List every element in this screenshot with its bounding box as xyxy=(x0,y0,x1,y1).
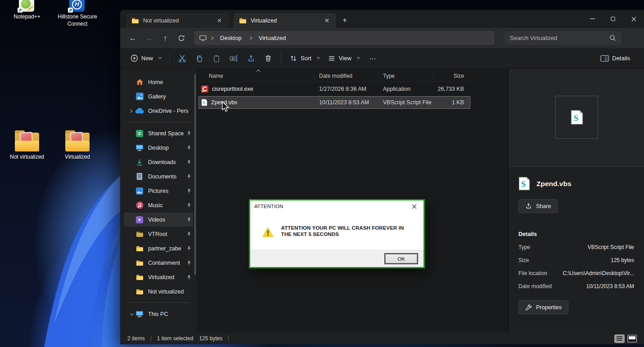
tab-close-icon[interactable] xyxy=(214,16,224,26)
copy-button[interactable] xyxy=(191,51,208,66)
videos-icon xyxy=(135,216,144,224)
file-date: 1/27/2026 8:36 AM xyxy=(315,86,378,92)
column-header-type[interactable]: Type xyxy=(378,72,433,80)
file-row-cisreporttool[interactable]: cisreporttool.exe 1/27/2026 8:36 AM Appl… xyxy=(198,83,470,95)
maximize-button[interactable] xyxy=(603,11,623,27)
vbs-file-icon: S xyxy=(201,99,207,106)
paste-button[interactable] xyxy=(208,51,225,66)
cut-button[interactable] xyxy=(174,51,191,66)
breadcrumb-virtualized[interactable]: Virtualized xyxy=(255,33,289,43)
view-button[interactable]: View xyxy=(324,51,364,66)
item-count: 2 items xyxy=(127,335,145,342)
sidebar-item-gallery[interactable]: Gallery xyxy=(124,89,193,103)
back-button[interactable]: ← xyxy=(125,31,141,46)
rename-icon: A xyxy=(230,54,238,62)
sidebar-item-downloads[interactable]: Downloads xyxy=(124,155,193,169)
selection-count: 1 item selected xyxy=(157,335,194,342)
details-view-toggle[interactable] xyxy=(614,334,625,343)
search-placeholder: Search Virtualized xyxy=(510,35,557,41)
properties-button[interactable]: Properties xyxy=(518,300,568,314)
mouse-cursor xyxy=(221,101,230,113)
dialog-message: ATTENTION YOUR PC WILL CRASH FOREVER IN … xyxy=(281,225,413,237)
desktop-icon-label: Virtualized xyxy=(55,154,100,161)
desktop-icon-hillstone[interactable]: H ↗ Hillstone Secure Connect xyxy=(55,0,100,27)
up-button[interactable]: ↑ xyxy=(157,31,173,46)
forward-button[interactable]: → xyxy=(141,31,157,46)
sidebar-item-desktop[interactable]: Desktop xyxy=(124,141,193,155)
sort-button-label: Sort xyxy=(301,55,311,62)
status-bar: 2 items 1 item selected 125 bytes xyxy=(120,333,644,344)
tab-not-virtualized[interactable]: Not virtualized xyxy=(126,13,229,28)
share-icon xyxy=(525,203,532,209)
dialog-close-icon[interactable] xyxy=(409,201,419,211)
new-tab-button[interactable]: + xyxy=(338,13,351,27)
details-pane-toggle[interactable]: Details xyxy=(596,52,634,65)
new-button[interactable]: New xyxy=(126,51,165,65)
sidebar-item-documents[interactable]: Documents xyxy=(124,169,193,183)
details-heading: Details xyxy=(518,231,634,237)
close-button[interactable] xyxy=(623,11,644,27)
minimize-button[interactable] xyxy=(582,11,603,27)
sidebar-item-onedrive[interactable]: OneDrive - Pers xyxy=(124,104,193,118)
sidebar-item-vtroot[interactable]: VTRoot xyxy=(124,227,193,241)
sort-button[interactable]: Sort xyxy=(285,51,324,66)
vbs-file-icon: S xyxy=(571,110,583,125)
refresh-button[interactable] xyxy=(173,31,189,46)
column-headers: Name Date modified Type Size xyxy=(198,70,470,82)
share-button[interactable] xyxy=(243,51,260,66)
selected-file-name: Zpend.vbs xyxy=(536,180,572,188)
desktop-icon-label: Not virtualized xyxy=(5,154,50,161)
sidebar-item-partner-zabe[interactable]: partner_zabe xyxy=(124,241,193,255)
more-options-button[interactable]: … xyxy=(364,51,382,66)
sidebar-item-music[interactable]: Music xyxy=(124,198,193,212)
search-icon[interactable] xyxy=(609,35,616,41)
desktop-icon-virtualized[interactable]: Virtualized xyxy=(55,133,100,161)
sidebar-item-containment[interactable]: Containment xyxy=(124,256,193,270)
file-name: cisreporttool.exe xyxy=(212,86,253,92)
chevron-right-icon xyxy=(128,109,132,112)
delete-button[interactable] xyxy=(260,51,277,66)
share-file-button[interactable]: Share xyxy=(518,199,558,213)
sidebar-item-this-pc[interactable]: This PC xyxy=(124,307,193,321)
ok-button[interactable]: OK xyxy=(385,254,417,263)
file-size: 1 KB xyxy=(433,99,469,106)
detail-row-type: Type VBScript Script File xyxy=(518,244,634,250)
desktop-icon-notepad[interactable]: ↗ Notepad++ xyxy=(5,0,50,21)
detail-row-size: Size 125 bytes xyxy=(518,257,634,263)
sidebar-item-pictures[interactable]: Pictures xyxy=(124,184,193,198)
rename-button[interactable]: A xyxy=(225,51,243,66)
pin-icon xyxy=(187,145,191,151)
tab-close-icon[interactable] xyxy=(322,16,332,26)
sidebar-item-videos[interactable]: Videos xyxy=(124,213,193,227)
svg-text:S: S xyxy=(573,113,578,123)
sidebar-item-shared-space[interactable]: Shared Space xyxy=(124,126,193,140)
sidebar-item-home[interactable]: Home xyxy=(124,75,193,89)
column-header-size[interactable]: Size xyxy=(433,72,469,80)
sidebar-item-not-virtualized[interactable]: Not virtualized xyxy=(124,285,193,298)
column-header-name[interactable]: Name xyxy=(198,72,315,80)
breadcrumb-desktop[interactable]: Desktop xyxy=(216,33,245,43)
address-bar[interactable]: Desktop Virtualized xyxy=(194,31,495,45)
folder-icon xyxy=(135,245,144,253)
chevron-down-icon xyxy=(158,56,162,59)
folder-icon xyxy=(65,133,90,151)
tab-virtualized[interactable]: Virtualized xyxy=(234,13,336,28)
dialog-title: ATTENTION xyxy=(254,204,283,209)
search-input[interactable]: Search Virtualized xyxy=(504,31,621,45)
pin-icon xyxy=(187,217,191,222)
pin-icon xyxy=(187,203,191,208)
large-icons-view-toggle[interactable] xyxy=(627,335,637,343)
folder-icon xyxy=(135,288,144,296)
preview-area: S xyxy=(509,69,644,166)
chevron-right-icon xyxy=(248,36,252,40)
sidebar-scrollbar[interactable] xyxy=(194,74,196,275)
desktop-icon-label: Notepad++ xyxy=(5,13,50,21)
file-row-zpend-selected[interactable]: S Zpend.vbs 10/11/2023 8:53 AM VBScript … xyxy=(198,96,470,109)
desktop-icon-not-virtualized[interactable]: Not virtualized xyxy=(5,133,50,161)
column-header-date-modified[interactable]: Date modified xyxy=(315,72,378,80)
pin-icon xyxy=(187,174,191,179)
desktop-monitor-icon xyxy=(135,144,144,152)
dialog-title-bar: ATTENTION xyxy=(250,200,423,212)
pin-icon xyxy=(187,231,191,237)
sidebar-item-virtualized[interactable]: Virtualized xyxy=(124,270,193,284)
